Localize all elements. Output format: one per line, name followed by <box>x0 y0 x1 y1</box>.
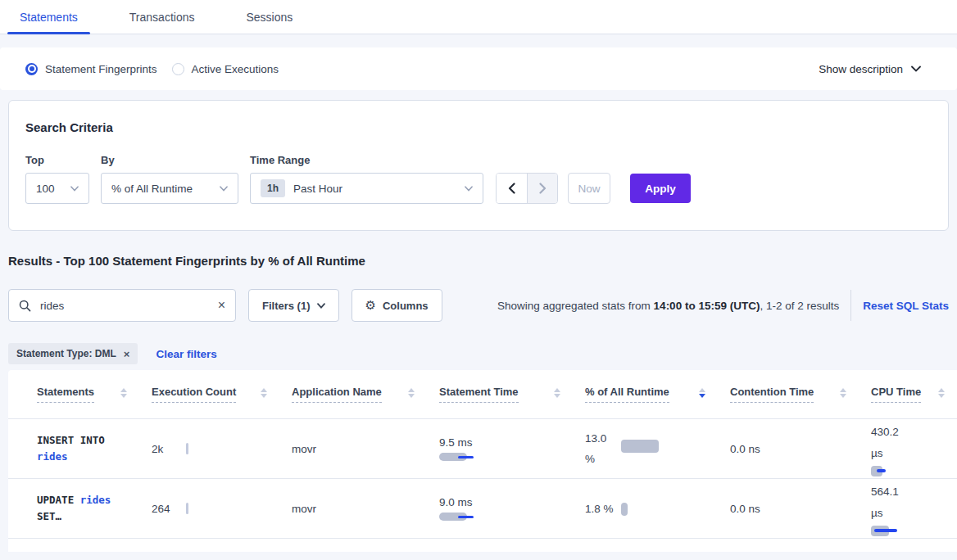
cpu-time-bar <box>871 466 957 476</box>
application-name-cell: movr <box>292 443 316 455</box>
top-select-value: 100 <box>36 183 55 195</box>
pill-remove-icon[interactable]: × <box>124 349 130 359</box>
by-select[interactable]: % of All Runtime <box>101 173 238 204</box>
statement-time-bar <box>439 453 475 461</box>
time-range-select[interactable]: 1h Past Hour <box>250 173 483 204</box>
runtime-pct-cell: 13.0 % <box>585 428 730 469</box>
statement-link[interactable]: rides <box>37 450 68 463</box>
search-input[interactable] <box>39 299 218 313</box>
tab-transactions[interactable]: Transactions <box>117 0 207 34</box>
column-header-cpu-time[interactable]: CPU Time <box>871 386 957 403</box>
filter-pill-label: Statement Type: DML <box>16 348 116 359</box>
filter-pill-statement-type[interactable]: Statement Type: DML × <box>8 343 138 364</box>
search-criteria-title: Search Criteria <box>25 120 932 134</box>
statement-time-cell: 9.0 ms <box>439 496 585 521</box>
columns-button[interactable]: ⚙ Columns <box>352 289 442 322</box>
sort-icon[interactable] <box>261 388 267 398</box>
statement-search-box: × <box>8 289 236 322</box>
now-button[interactable]: Now <box>568 173 610 204</box>
runtime-pct-bar <box>621 503 628 516</box>
radio-label: Active Executions <box>192 63 279 75</box>
time-nav-group <box>496 173 558 204</box>
statement-fingerprint: UPDATE rides SET… <box>37 492 132 525</box>
filter-pills-row: Statement Type: DML × Clear filters <box>8 343 949 364</box>
chevron-down-icon <box>70 186 79 192</box>
showing-stats-text: Showing aggregated stats from 14:00 to 1… <box>497 300 839 312</box>
sort-icon[interactable] <box>938 388 945 398</box>
radio-unselected-icon <box>172 63 184 75</box>
statement-time-bar <box>439 513 475 521</box>
statements-table: Statements Execution Count Application N… <box>8 370 957 552</box>
show-description-label: Show description <box>819 63 903 75</box>
cpu-time-bar <box>871 526 957 536</box>
statement-time-cell: 9.5 ms <box>439 436 585 461</box>
execution-count-cell: 2k <box>152 443 292 455</box>
tab-sessions[interactable]: Sessions <box>234 0 305 34</box>
cpu-time-cell: 430.2 µs <box>871 422 957 476</box>
vertical-divider <box>850 290 851 321</box>
execution-count-cell: 264 <box>152 503 292 515</box>
chevron-left-icon <box>508 183 515 194</box>
apply-button[interactable]: Apply <box>630 174 691 203</box>
radio-label: Statement Fingerprints <box>45 63 157 75</box>
column-header-contention-time[interactable]: Contention Time <box>730 386 871 403</box>
column-header-statement-time[interactable]: Statement Time <box>439 386 585 403</box>
time-range-value: Past Hour <box>293 183 342 195</box>
page-tabbar: Statements Transactions Sessions <box>0 0 957 34</box>
chevron-down-icon <box>465 186 473 192</box>
column-header-statements[interactable]: Statements <box>37 386 152 403</box>
statement-fingerprint: INSERT INTO rides <box>37 432 132 465</box>
results-heading: Results - Top 100 Statement Fingerprints… <box>8 254 949 268</box>
statement-link[interactable]: rides <box>80 494 111 506</box>
gear-icon: ⚙ <box>365 298 376 313</box>
radio-statement-fingerprints[interactable]: Statement Fingerprints <box>25 63 157 75</box>
columns-label: Columns <box>383 300 429 312</box>
top-select[interactable]: 100 <box>25 173 89 204</box>
sort-icon[interactable] <box>840 388 846 398</box>
execution-count-bar <box>186 503 188 514</box>
table-row: INSERT INTO rides 2k movr 9.5 ms 13.0 % … <box>8 419 957 479</box>
chevron-down-icon <box>911 65 921 72</box>
table-row: UPDATE rides SET… 264 movr 9.0 ms 1.8 % … <box>8 479 957 539</box>
time-prev-button[interactable] <box>497 174 527 203</box>
column-header-application-name[interactable]: Application Name <box>292 386 439 403</box>
column-header-execution-count[interactable]: Execution Count <box>152 386 292 403</box>
table-header-row: Statements Execution Count Application N… <box>8 370 957 419</box>
sort-icon[interactable] <box>408 388 415 398</box>
contention-time-cell: 0.0 ns <box>730 443 760 455</box>
tab-statements[interactable]: Statements <box>7 0 90 34</box>
chevron-down-icon <box>220 186 228 192</box>
show-description-toggle[interactable]: Show description <box>819 63 921 75</box>
cpu-time-cell: 564.1 µs <box>871 481 957 536</box>
filters-button[interactable]: Filters (1) <box>248 289 339 322</box>
clear-filters-link[interactable]: Clear filters <box>156 348 216 360</box>
chevron-down-icon <box>317 303 325 309</box>
sort-icon[interactable] <box>554 388 560 398</box>
search-icon <box>19 300 31 312</box>
contention-time-cell: 0.0 ns <box>730 503 760 515</box>
time-next-button[interactable] <box>527 174 557 203</box>
runtime-pct-bar <box>621 440 659 453</box>
chevron-right-icon <box>539 183 547 194</box>
reset-sql-stats-link[interactable]: Reset SQL Stats <box>863 300 949 312</box>
runtime-pct-cell: 1.8 % <box>585 499 730 519</box>
sort-desc-icon[interactable] <box>699 388 705 398</box>
time-range-label: Time Range <box>250 154 483 166</box>
radio-active-executions[interactable]: Active Executions <box>172 63 279 75</box>
search-clear-icon[interactable]: × <box>218 299 225 312</box>
top-label: Top <box>25 154 89 166</box>
sort-icon[interactable] <box>120 388 127 398</box>
time-range-badge: 1h <box>261 179 285 197</box>
search-criteria-panel: Search Criteria Top 100 By % of All Runt… <box>8 100 949 231</box>
by-label: By <box>101 154 238 166</box>
column-header-pct-all-runtime[interactable]: % of All Runtime <box>585 386 730 403</box>
results-controls-row: × Filters (1) ⚙ Columns Showing aggregat… <box>8 289 949 322</box>
by-select-value: % of All Runtime <box>111 183 193 195</box>
application-name-cell: movr <box>292 503 316 515</box>
radio-selected-icon <box>25 63 38 75</box>
view-toggle-row: Statement Fingerprints Active Executions… <box>0 47 957 90</box>
table-footer <box>8 539 957 552</box>
filters-label: Filters (1) <box>262 300 311 312</box>
execution-count-bar <box>186 443 188 454</box>
